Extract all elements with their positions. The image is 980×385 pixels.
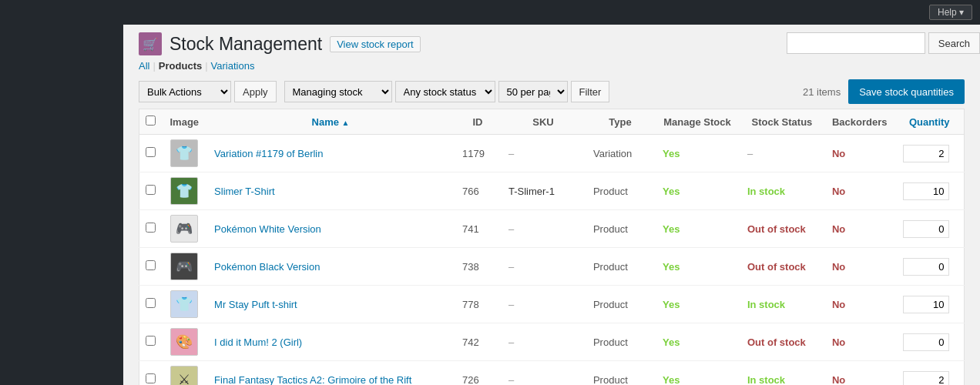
quantity-input[interactable] bbox=[903, 258, 949, 276]
product-name-link[interactable]: Pokémon White Version bbox=[214, 223, 321, 235]
per-page-select[interactable]: 50 per page bbox=[498, 81, 568, 102]
col-manage-stock: Manage Stock bbox=[655, 109, 740, 135]
table-row: 🎮 Pokémon White Version 741 – Product Ye… bbox=[139, 210, 965, 248]
row-image: 👕 bbox=[163, 172, 207, 210]
select-all-checkbox[interactable] bbox=[146, 116, 156, 126]
subnav-variations[interactable]: Variations bbox=[211, 60, 255, 72]
product-thumbnail: 🎨 bbox=[170, 328, 198, 356]
row-sku: – bbox=[501, 323, 586, 361]
row-id: 742 bbox=[455, 323, 501, 361]
subnav-products[interactable]: Products bbox=[159, 60, 202, 72]
row-backorders: No bbox=[824, 248, 895, 286]
row-sku: – bbox=[501, 135, 586, 172]
row-backorders: No bbox=[824, 361, 895, 386]
quantity-input[interactable] bbox=[903, 220, 949, 238]
row-quantity bbox=[895, 248, 965, 286]
row-checkbox[interactable] bbox=[146, 336, 156, 346]
quantity-input[interactable] bbox=[903, 371, 949, 386]
managing-stock-select[interactable]: Managing stock bbox=[284, 81, 392, 102]
product-thumbnail: 👕 bbox=[170, 290, 198, 318]
row-name: Final Fantasy Tactics A2: Grimoire of th… bbox=[206, 361, 455, 386]
row-check bbox=[139, 248, 163, 286]
col-name[interactable]: Name ▲ bbox=[206, 109, 455, 135]
col-sku: SKU bbox=[501, 109, 586, 135]
save-stock-button[interactable]: Save stock quantities bbox=[848, 79, 965, 104]
row-manage-stock: Yes bbox=[655, 135, 740, 172]
row-manage-stock: Yes bbox=[655, 361, 740, 386]
col-check bbox=[139, 109, 163, 135]
product-thumbnail: 🎮 bbox=[170, 253, 198, 280]
stock-status-select[interactable]: Any stock status bbox=[395, 81, 495, 102]
product-name-link[interactable]: I did it Mum! 2 (Girl) bbox=[214, 336, 302, 348]
search-box: Search bbox=[787, 32, 980, 54]
row-type: Product bbox=[586, 361, 655, 386]
quantity-input[interactable] bbox=[903, 145, 949, 162]
product-name-link[interactable]: Final Fantasy Tactics A2: Grimoire of th… bbox=[214, 374, 411, 386]
row-quantity bbox=[895, 172, 965, 210]
row-image: 🎨 bbox=[163, 323, 207, 361]
sep1: | bbox=[153, 60, 155, 72]
col-quantity: Quantity bbox=[895, 109, 965, 135]
row-image: 🎮 bbox=[163, 248, 207, 286]
bulk-actions-select[interactable]: Bulk Actions bbox=[139, 81, 231, 102]
view-stock-report-link[interactable]: View stock report bbox=[330, 36, 420, 52]
page-icon: 🛒 bbox=[139, 32, 162, 55]
product-thumbnail: ⚔ bbox=[170, 366, 198, 385]
row-sku: – bbox=[501, 286, 586, 323]
row-check bbox=[139, 286, 163, 323]
row-name: Slimer T-Shirt bbox=[206, 172, 455, 210]
subnav-all[interactable]: All bbox=[139, 60, 149, 72]
row-backorders: No bbox=[824, 210, 895, 248]
product-name-link[interactable]: Slimer T-Shirt bbox=[214, 186, 275, 197]
row-name: Pokémon White Version bbox=[206, 210, 455, 248]
product-thumbnail: 👕 bbox=[170, 139, 198, 167]
row-name: Mr Stay Puft t-shirt bbox=[206, 286, 455, 323]
row-checkbox[interactable] bbox=[146, 223, 156, 233]
table-row: 🎨 I did it Mum! 2 (Girl) 742 – Product Y… bbox=[139, 323, 965, 361]
filter-button[interactable]: Filter bbox=[571, 81, 610, 102]
row-id: 778 bbox=[455, 286, 501, 323]
row-id: 741 bbox=[455, 210, 501, 248]
row-checkbox[interactable] bbox=[146, 260, 156, 270]
row-checkbox[interactable] bbox=[146, 185, 156, 195]
quantity-input[interactable] bbox=[903, 296, 949, 313]
row-check bbox=[139, 135, 163, 172]
apply-button[interactable]: Apply bbox=[234, 81, 277, 102]
row-id: 738 bbox=[455, 248, 501, 286]
row-sku: T-Slimer-1 bbox=[501, 172, 586, 210]
row-stock-status: Out of stock bbox=[740, 210, 824, 248]
row-type: Product bbox=[586, 210, 655, 248]
product-name-link[interactable]: Pokémon Black Version bbox=[214, 261, 320, 273]
row-type: Product bbox=[586, 286, 655, 323]
row-manage-stock: Yes bbox=[655, 210, 740, 248]
search-input[interactable] bbox=[787, 32, 925, 54]
row-type: Product bbox=[586, 323, 655, 361]
col-image: Image bbox=[163, 109, 207, 135]
table-row: 👕 Mr Stay Puft t-shirt 778 – Product Yes… bbox=[139, 286, 965, 323]
row-name: Pokémon Black Version bbox=[206, 248, 455, 286]
row-check bbox=[139, 210, 163, 248]
quantity-input[interactable] bbox=[903, 182, 949, 200]
row-check bbox=[139, 172, 163, 210]
row-sku: – bbox=[501, 361, 586, 386]
row-checkbox[interactable] bbox=[146, 298, 156, 308]
search-button[interactable]: Search bbox=[928, 32, 980, 54]
col-id: ID bbox=[455, 109, 501, 135]
row-stock-status: – bbox=[740, 135, 824, 172]
row-id: 766 bbox=[455, 172, 501, 210]
row-manage-stock: Yes bbox=[655, 286, 740, 323]
product-name-link[interactable]: Mr Stay Puft t-shirt bbox=[214, 299, 297, 310]
row-stock-status: In stock bbox=[740, 172, 824, 210]
row-quantity bbox=[895, 135, 965, 172]
product-thumbnail: 🎮 bbox=[170, 215, 198, 243]
row-checkbox[interactable] bbox=[146, 373, 156, 383]
row-id: 726 bbox=[455, 361, 501, 386]
quantity-input[interactable] bbox=[903, 333, 949, 351]
product-name-link[interactable]: Variation #1179 of Berlin bbox=[214, 148, 323, 159]
items-count: 21 items bbox=[803, 86, 841, 98]
col-backorders: Backorders bbox=[824, 109, 895, 135]
help-button[interactable]: Help ▾ bbox=[929, 5, 972, 20]
row-checkbox[interactable] bbox=[146, 147, 156, 157]
row-sku: – bbox=[501, 210, 586, 248]
row-image: 👕 bbox=[163, 135, 207, 172]
